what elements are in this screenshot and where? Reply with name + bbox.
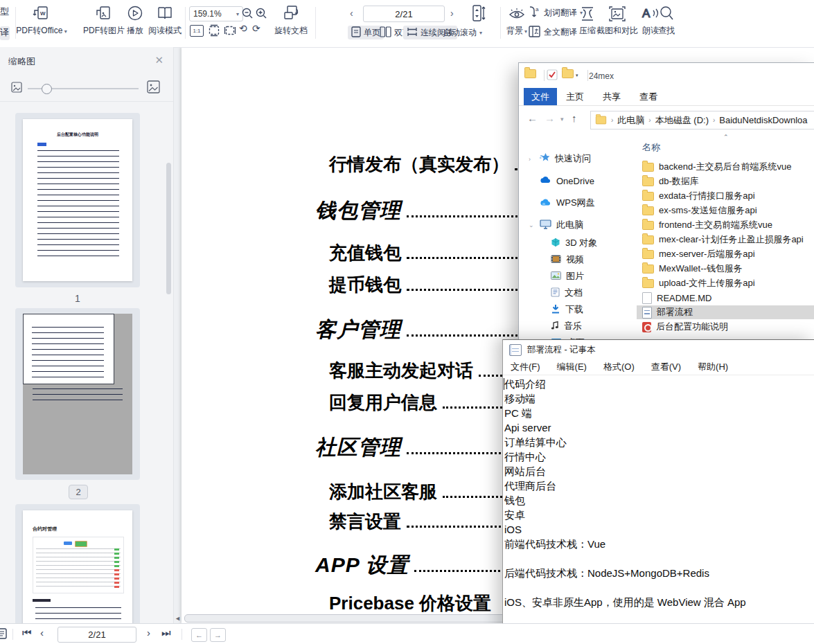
quick-access-check-icon[interactable] bbox=[547, 69, 558, 83]
statusbar-page-input[interactable]: 2/21 bbox=[57, 627, 136, 643]
file-row[interactable]: README.MD bbox=[637, 291, 814, 305]
close-icon[interactable]: ✕ bbox=[154, 54, 163, 66]
pdf-to-office-button[interactable]: W PDF转Office ▾ bbox=[14, 5, 69, 37]
svg-text:A: A bbox=[642, 7, 651, 20]
tab-home[interactable]: 主页 bbox=[566, 88, 584, 105]
tab-file[interactable]: 文件 bbox=[524, 88, 557, 105]
nav-item-quick-access[interactable]: 快速访问 bbox=[540, 151, 591, 166]
nav-item-onedrive[interactable]: OneDrive bbox=[540, 173, 594, 188]
nav-up-icon[interactable]: ↑ bbox=[572, 112, 577, 124]
auto-scroll-button[interactable]: 自动滚动 ▾ bbox=[440, 26, 486, 39]
nav-item-documents[interactable]: 文档 bbox=[551, 285, 583, 301]
nav-item-downloads[interactable]: 下载 bbox=[551, 302, 583, 317]
expander-icon[interactable]: ⌄ bbox=[529, 222, 534, 229]
breadcrumb-this-pc[interactable]: 此电脑 bbox=[617, 114, 644, 127]
nav-item-music[interactable]: 音乐 bbox=[551, 319, 582, 334]
menu-edit[interactable]: 编辑(E) bbox=[557, 361, 587, 373]
notepad-titlebar[interactable]: 部署流程 - 记事本 bbox=[503, 340, 814, 359]
file-row[interactable]: exdata-行情接口服务api bbox=[637, 189, 814, 203]
previous-page-icon[interactable]: ‹ bbox=[350, 8, 353, 19]
page-number-input[interactable]: 2/21 bbox=[363, 6, 445, 22]
nav-item-pictures[interactable]: 图片 bbox=[551, 269, 584, 284]
videos-icon bbox=[551, 255, 561, 265]
notepad-text-area[interactable]: 代码介绍移动端PC 端 Api server订单结算中心行情中心 网站后台代理商… bbox=[504, 377, 809, 643]
menu-help[interactable]: 帮助(H) bbox=[698, 361, 728, 373]
thumbnail-page-3[interactable]: 合约对管理 bbox=[15, 504, 140, 623]
next-page-icon[interactable]: › bbox=[147, 627, 150, 638]
nav-item-videos[interactable]: 视频 bbox=[551, 252, 584, 267]
address-bar[interactable]: › 此电脑 › 本地磁盘 (D:) › BaiduNetdiskDownloa bbox=[590, 111, 814, 129]
background-button[interactable]: 背景 ▾ bbox=[503, 6, 531, 37]
small-thumbnail-icon[interactable] bbox=[11, 82, 22, 96]
clipped-statusbar-icon[interactable] bbox=[0, 628, 7, 641]
rotate-left-icon[interactable]: ⟲ bbox=[239, 23, 247, 34]
explorer-titlebar[interactable]: ▾ 24mex bbox=[519, 63, 814, 88]
nav-history-dropdown-icon[interactable]: ▾ bbox=[560, 116, 564, 123]
file-row[interactable]: 后台配置功能说明 bbox=[637, 320, 814, 334]
thumb3-table bbox=[33, 537, 124, 593]
menu-file[interactable]: 文件(F) bbox=[511, 361, 540, 373]
column-header-name[interactable]: 名称 bbox=[642, 141, 660, 154]
thumb2-viewport[interactable] bbox=[23, 314, 114, 384]
pdf-to-image-button[interactable]: PDF转图片 bbox=[80, 5, 128, 37]
thumbnail-page-1[interactable]: 后台配置核心功能说明 bbox=[15, 113, 140, 287]
sidebar-scrollbar[interactable] bbox=[166, 163, 171, 294]
breadcrumb-folder[interactable]: BaiduNetdiskDownloa bbox=[719, 115, 807, 125]
snapshot-compare-icon bbox=[608, 5, 626, 23]
file-row-selected[interactable]: 部署流程 bbox=[637, 305, 814, 319]
tab-view[interactable]: 查看 bbox=[639, 88, 657, 105]
expander-icon[interactable]: › bbox=[529, 156, 531, 163]
tab-share[interactable]: 共享 bbox=[603, 88, 621, 105]
menu-format[interactable]: 格式(O) bbox=[603, 361, 635, 373]
menu-view[interactable]: 查看(V) bbox=[651, 361, 681, 373]
rotate-document-icon bbox=[281, 3, 301, 23]
large-thumbnail-icon[interactable] bbox=[147, 80, 160, 96]
history-forward-button[interactable]: → bbox=[210, 628, 226, 642]
file-row[interactable]: backend-主交易后台前端系统vue bbox=[637, 160, 814, 174]
read-mode-button[interactable]: 阅读模式 bbox=[147, 5, 183, 37]
zoom-in-icon[interactable] bbox=[255, 7, 267, 22]
nav-back-icon[interactable]: ← bbox=[527, 112, 538, 124]
zoom-out-icon[interactable] bbox=[241, 7, 254, 22]
file-row[interactable]: mex-clear-计划任务止盈止损服务api bbox=[637, 233, 814, 247]
history-back-button[interactable]: ← bbox=[191, 628, 207, 642]
thumb3-heading: 合约对管理 bbox=[33, 526, 57, 533]
next-page-icon[interactable]: › bbox=[450, 8, 454, 19]
folder-icon bbox=[524, 69, 536, 78]
last-page-icon[interactable]: ⏭ bbox=[161, 627, 171, 639]
nav-item-wps-drive[interactable]: WPS网盘 bbox=[540, 195, 595, 211]
thumbnail-page-2[interactable] bbox=[15, 308, 140, 480]
file-row[interactable]: ex-sms-发送短信服务api bbox=[637, 204, 814, 217]
rotate-document-button[interactable]: 旋转文档 bbox=[272, 3, 310, 37]
nav-forward-icon[interactable]: → bbox=[545, 112, 555, 124]
scroll-left-arrow-icon[interactable]: ◄ bbox=[175, 615, 181, 622]
previous-page-icon[interactable]: ‹ bbox=[40, 627, 44, 638]
folder-icon bbox=[642, 235, 654, 244]
nav-item-this-pc[interactable]: 此电脑 bbox=[540, 217, 583, 233]
breadcrumb-chevron-icon: › bbox=[610, 116, 614, 124]
clipped-button-bottom[interactable]: 译 bbox=[0, 26, 10, 40]
nav-item-3d-objects[interactable]: 3D 对象 bbox=[551, 235, 597, 251]
play-button[interactable]: 播放 bbox=[123, 5, 147, 37]
snapshot-compare-button[interactable]: 截图和对比 bbox=[594, 5, 640, 37]
fit-page-icon[interactable] bbox=[208, 24, 220, 39]
file-row[interactable]: MexWallet--钱包服务 bbox=[637, 262, 814, 276]
file-row[interactable]: frontend-主交易前端系统vue bbox=[637, 218, 814, 232]
fit-width-icon[interactable] bbox=[224, 24, 236, 39]
quick-access-star-icon bbox=[540, 152, 550, 165]
breadcrumb-drive-d[interactable]: 本地磁盘 (D:) bbox=[655, 114, 709, 127]
sort-ascending-icon[interactable]: ⌃ bbox=[723, 134, 729, 141]
thumbnail-size-slider-thumb[interactable] bbox=[42, 84, 52, 94]
file-row[interactable]: upload-文件上传服务api bbox=[637, 276, 814, 290]
first-page-icon[interactable]: ⏮|< bbox=[22, 627, 32, 639]
file-row[interactable]: mex-server-后端服务api bbox=[637, 247, 814, 261]
find-button[interactable]: 查找 bbox=[655, 5, 678, 37]
file-row[interactable]: db-数据库 bbox=[637, 175, 814, 188]
horizontal-scrollbar-thumb[interactable] bbox=[184, 614, 508, 623]
breadcrumb-chevron-icon: › bbox=[647, 116, 652, 124]
clipped-button-top[interactable]: 型 bbox=[0, 6, 10, 18]
rotate-right-icon[interactable]: ⟳ bbox=[252, 23, 260, 34]
zoom-level-select[interactable]: 159.1% ▾ bbox=[189, 6, 243, 21]
quickaccess-dropdown-icon[interactable]: ▾ bbox=[576, 73, 578, 78]
actual-size-button[interactable]: 1:1 bbox=[190, 25, 204, 37]
